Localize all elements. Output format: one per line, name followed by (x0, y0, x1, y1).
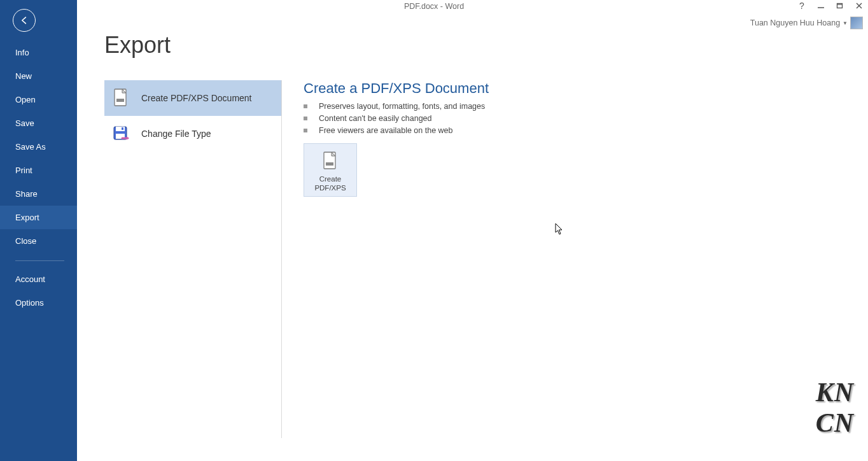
help-button[interactable]: ? (794, 0, 809, 11)
save-as-type-icon (111, 124, 131, 144)
detail-heading: Create a PDF/XPS Document (304, 80, 843, 97)
sidebar-item-new[interactable]: New (0, 64, 77, 88)
sidebar-item-close[interactable]: Close (0, 229, 77, 253)
detail-bullets: Preserves layout, formatting, fonts, and… (304, 101, 843, 137)
sidebar-item-info[interactable]: Info (0, 41, 77, 64)
export-option-pdfxps[interactable]: Create PDF/XPS Document (104, 80, 281, 116)
sidebar-item-open[interactable]: Open (0, 88, 77, 111)
export-option-label: Create PDF/XPS Document (141, 93, 252, 103)
user-name: Tuan Nguyen Huu Hoang (750, 18, 840, 27)
export-options-list: Create PDF/XPS Document Change File Type (104, 80, 281, 152)
sidebar-item-save[interactable]: Save (0, 111, 77, 135)
close-button[interactable] (851, 0, 867, 11)
pdf-page-icon (111, 88, 131, 108)
sidebar-nav: Info New Open Save Save As Print Share E… (0, 41, 77, 315)
content-area: Export Create PDF/XPS Document (77, 31, 868, 461)
watermark: KN CN (816, 377, 854, 438)
window-controls: ? (794, 0, 867, 11)
svg-rect-10 (122, 127, 123, 130)
export-detail: Create a PDF/XPS Document Preserves layo… (304, 80, 843, 197)
svg-marker-16 (556, 223, 562, 234)
sidebar-item-options[interactable]: Options (0, 291, 77, 315)
page-title: Export (104, 32, 171, 59)
user-bar[interactable]: Tuan Nguyen Huu Hoang ▼ (750, 17, 863, 29)
mouse-cursor (555, 223, 564, 236)
svg-marker-12 (127, 136, 128, 140)
sidebar-divider (15, 260, 64, 261)
export-option-label: Change File Type (141, 129, 211, 139)
svg-rect-7 (116, 99, 124, 102)
window-title: PDF.docx - Word (404, 2, 464, 11)
detail-bullet: Content can't be easily changed (304, 113, 843, 125)
back-button[interactable] (13, 9, 36, 32)
chevron-down-icon: ▼ (843, 20, 848, 26)
titlebar: PDF.docx - Word ? Tuan Nguyen Huu Hoang … (0, 0, 868, 31)
vertical-divider (281, 80, 282, 438)
sidebar-item-share[interactable]: Share (0, 182, 77, 206)
sidebar-item-print[interactable]: Print (0, 159, 77, 182)
minimize-button[interactable] (813, 0, 829, 11)
export-option-changetype[interactable]: Change File Type (104, 116, 281, 152)
avatar[interactable] (850, 17, 863, 29)
watermark-line: KN (816, 377, 854, 408)
create-pdfxps-button[interactable]: CreatePDF/XPS (304, 143, 357, 197)
pdf-page-icon (318, 150, 343, 173)
watermark-line: CN (816, 408, 854, 438)
svg-rect-15 (326, 162, 333, 166)
restore-button[interactable] (832, 0, 848, 11)
create-pdfxps-label: CreatePDF/XPS (314, 174, 346, 193)
sidebar-item-export[interactable]: Export (0, 206, 77, 229)
detail-bullet: Free viewers are available on the web (304, 125, 843, 137)
detail-bullet: Preserves layout, formatting, fonts, and… (304, 101, 843, 113)
backstage-sidebar: Info New Open Save Save As Print Share E… (0, 0, 77, 461)
sidebar-item-account[interactable]: Account (0, 267, 77, 291)
sidebar-item-saveas[interactable]: Save As (0, 135, 77, 159)
